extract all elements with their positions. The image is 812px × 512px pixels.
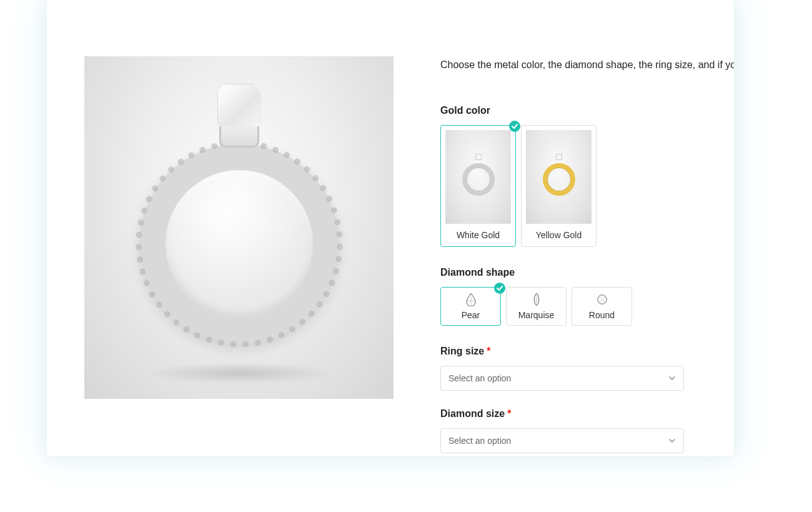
gold-color-options: White Gold Yellow Gold — [440, 125, 734, 247]
gold-color-option-white[interactable]: White Gold — [440, 125, 516, 247]
gold-color-label: Gold color — [440, 105, 734, 116]
select-placeholder: Select an option — [448, 436, 511, 446]
diamond-size-select[interactable]: Select an option — [440, 428, 684, 453]
swatch-label: Yellow Gold — [536, 230, 582, 240]
product-description: Choose the metal color, the diamond shap… — [440, 59, 734, 71]
shape-label: Pear — [462, 310, 480, 320]
select-placeholder: Select an option — [448, 373, 511, 383]
round-icon — [597, 293, 608, 306]
diamond-shape-option-round[interactable]: Round — [572, 287, 632, 326]
marquise-icon — [531, 293, 542, 306]
gold-color-option-yellow[interactable]: Yellow Gold — [521, 125, 597, 247]
swatch-label: White Gold — [457, 230, 500, 240]
ring-illustration — [121, 96, 358, 334]
diamond-shape-options: Pear Marquise Round — [440, 287, 734, 326]
chevron-down-icon — [668, 437, 676, 444]
diamond-shape-option-marquise[interactable]: Marquise — [506, 287, 567, 326]
chevron-down-icon — [668, 374, 676, 382]
product-config-card: Choose the metal color, the diamond shap… — [47, 0, 734, 456]
check-icon — [494, 283, 505, 294]
swatch-image-white-gold — [445, 130, 511, 224]
check-icon — [509, 121, 520, 132]
ring-size-select[interactable]: Select an option — [440, 366, 684, 391]
diamond-size-label: Diamond size* — [440, 408, 734, 419]
ring-size-label: Ring size* — [440, 346, 734, 357]
swatch-image-yellow-gold — [526, 130, 592, 224]
product-image — [84, 56, 394, 399]
diamond-shape-label: Diamond shape — [440, 267, 734, 278]
required-asterisk: * — [507, 408, 511, 419]
required-asterisk: * — [487, 346, 490, 356]
pear-icon — [465, 293, 477, 306]
diamond-shape-option-pear[interactable]: Pear — [440, 287, 501, 326]
shape-label: Marquise — [518, 310, 555, 320]
shape-label: Round — [589, 310, 615, 320]
